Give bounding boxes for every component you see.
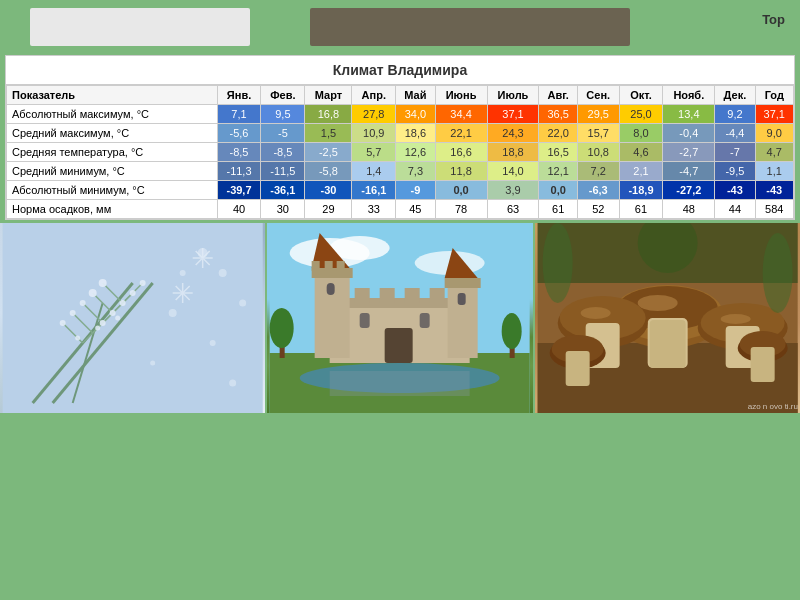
cell: -11,3 xyxy=(217,162,261,181)
table-row: Норма осадков, мм 40 30 29 33 45 78 63 6… xyxy=(7,200,794,219)
cell: -4,4 xyxy=(715,124,755,143)
svg-rect-67 xyxy=(327,283,335,295)
cell: 13,4 xyxy=(663,105,715,124)
header-indicator: Показатель xyxy=(7,86,218,105)
cell: -43 xyxy=(715,181,755,200)
top-dark-box xyxy=(310,8,630,46)
table-header-row: Показатель Янв. Фев. Март Апр. Май Июнь … xyxy=(7,86,794,105)
cell: 34,4 xyxy=(435,105,487,124)
header-feb: Фев. xyxy=(261,86,305,105)
cell: 12,1 xyxy=(539,162,577,181)
cell: -16,1 xyxy=(352,181,396,200)
table-row: Абсолютный минимум, °С -39,7 -36,1 -30 -… xyxy=(7,181,794,200)
svg-rect-76 xyxy=(330,371,470,396)
cell: -0,4 xyxy=(663,124,715,143)
photo-frost xyxy=(0,223,265,413)
cell: 12,6 xyxy=(396,143,435,162)
svg-point-100 xyxy=(542,223,572,303)
cell: 10,8 xyxy=(577,143,619,162)
header-jun: Июнь xyxy=(435,86,487,105)
photo-mushrooms: azo n ovo ti.ru xyxy=(535,223,800,413)
header-jul: Июль xyxy=(487,86,539,105)
row-label: Норма осадков, мм xyxy=(7,200,218,219)
svg-rect-43 xyxy=(3,223,263,413)
cell: 34,0 xyxy=(396,105,435,124)
top-white-box xyxy=(30,8,250,46)
cell: 7,3 xyxy=(396,162,435,181)
top-label: Top xyxy=(762,12,785,27)
header-aug: Авг. xyxy=(539,86,577,105)
cell: -8,5 xyxy=(217,143,261,162)
cell: -2,5 xyxy=(305,143,352,162)
svg-rect-95 xyxy=(750,347,774,382)
cell: 16,8 xyxy=(305,105,352,124)
svg-rect-65 xyxy=(445,278,481,288)
cell: 61 xyxy=(539,200,577,219)
header-may: Май xyxy=(396,86,435,105)
cell: 37,1 xyxy=(487,105,539,124)
table-row: Средняя температура, °С -8,5 -8,5 -2,5 5… xyxy=(7,143,794,162)
cell: 4,7 xyxy=(755,143,794,162)
header-nov: Нояб. xyxy=(663,86,715,105)
climate-table: Показатель Янв. Фев. Март Апр. Май Июнь … xyxy=(6,85,794,219)
cell: -5,8 xyxy=(305,162,352,181)
header-mar: Март xyxy=(305,86,352,105)
svg-rect-83 xyxy=(649,320,685,368)
cell: 45 xyxy=(396,200,435,219)
header-apr: Апр. xyxy=(352,86,396,105)
cell: 16,5 xyxy=(539,143,577,162)
cell: 15,7 xyxy=(577,124,619,143)
row-label: Абсолютный минимум, °С xyxy=(7,181,218,200)
cell: 29 xyxy=(305,200,352,219)
cell: 22,0 xyxy=(539,124,577,143)
cell: -2,7 xyxy=(663,143,715,162)
svg-rect-69 xyxy=(420,313,430,328)
cell: 25,0 xyxy=(619,105,663,124)
cell: 22,1 xyxy=(435,124,487,143)
cell: 1,5 xyxy=(305,124,352,143)
cell: -5,6 xyxy=(217,124,261,143)
cell: 44 xyxy=(715,200,755,219)
cell: -9 xyxy=(396,181,435,200)
cell: -27,2 xyxy=(663,181,715,200)
table-row: Абсолютный максимум, °С 7,1 9,5 16,8 27,… xyxy=(7,105,794,124)
cell: 14,0 xyxy=(487,162,539,181)
cell: -8,5 xyxy=(261,143,305,162)
cell: 16,6 xyxy=(435,143,487,162)
cell: 9,2 xyxy=(715,105,755,124)
cell: 7,2 xyxy=(577,162,619,181)
cell: 8,0 xyxy=(619,124,663,143)
photo-castle xyxy=(267,223,532,413)
cell: 4,6 xyxy=(619,143,663,162)
climate-table-container: Климат Владимира Показатель Янв. Фев. Ма… xyxy=(5,55,795,220)
svg-rect-53 xyxy=(355,288,370,303)
cell: 24,3 xyxy=(487,124,539,143)
row-label: Средний максимум, °С xyxy=(7,124,218,143)
svg-rect-70 xyxy=(458,293,466,305)
photos-row: azo n ovo ti.ru xyxy=(0,223,800,413)
header-oct: Окт. xyxy=(619,86,663,105)
table-row: Средний максимум, °С -5,6 -5 1,5 10,9 18… xyxy=(7,124,794,143)
cell: 9,0 xyxy=(755,124,794,143)
cell: 52 xyxy=(577,200,619,219)
cell: -30 xyxy=(305,181,352,200)
cell: 1,1 xyxy=(755,162,794,181)
svg-point-96 xyxy=(637,295,677,311)
cell: 9,5 xyxy=(261,105,305,124)
header-sep: Сен. xyxy=(577,86,619,105)
cell: 2,1 xyxy=(619,162,663,181)
top-area: Top xyxy=(0,0,800,55)
cell: 61 xyxy=(619,200,663,219)
cell: 63 xyxy=(487,200,539,219)
cell: -11,5 xyxy=(261,162,305,181)
cell: 36,5 xyxy=(539,105,577,124)
cell: 7,1 xyxy=(217,105,261,124)
svg-point-101 xyxy=(762,233,792,313)
header-year: Год xyxy=(755,86,794,105)
cell: 30 xyxy=(261,200,305,219)
cell: -43 xyxy=(755,181,794,200)
svg-point-98 xyxy=(720,314,750,324)
cell: 18,8 xyxy=(487,143,539,162)
cell: -5 xyxy=(261,124,305,143)
climate-title: Климат Владимира xyxy=(6,56,794,85)
